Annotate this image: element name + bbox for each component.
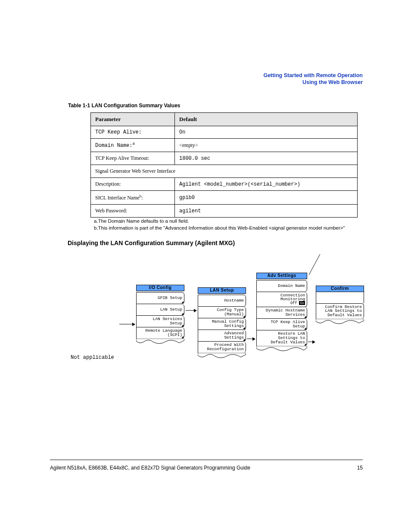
- torn-edge: [256, 346, 307, 353]
- table-row: Domain Name:a<empty>: [91, 139, 358, 152]
- table-cell: SICL Interface Nameb:: [91, 191, 175, 205]
- table-cell: <empty>: [175, 139, 358, 152]
- not-applicable-label: Not applicable: [71, 355, 114, 361]
- section-title: Displaying the LAN Configuration Summary…: [68, 240, 235, 246]
- menu-item: Confirm RestoreLAN Settings toDefault Va…: [316, 303, 364, 319]
- menu-item: LAN ServicesSetup: [136, 316, 184, 327]
- table-cell: Description:: [91, 178, 175, 191]
- table-row: Description:Agilent <model_number>(<seri…: [91, 178, 358, 191]
- menu-confirm: Confirm Confirm RestoreLAN Settings toDe…: [316, 286, 364, 327]
- menu-item: Domain Name: [256, 280, 307, 292]
- arrow: [308, 342, 315, 342]
- arrow: [186, 310, 196, 311]
- table-row: TCP Keep Alive Timeout:1800.0 sec: [91, 152, 358, 165]
- menu-item: Dynamic HostnameServices: [256, 307, 307, 319]
- table-cell: gpib0: [175, 191, 358, 205]
- footnote-a: a.The Domain Name defaults to a null fie…: [94, 218, 345, 225]
- table-cell: On: [175, 126, 358, 139]
- torn-edge: [136, 339, 184, 345]
- menu-adv-settings: Adv Settings Domain Name ConnectionMonit…: [256, 273, 307, 354]
- menu-title-lan-setup: LAN Setup: [198, 287, 246, 294]
- table-row: TCP Keep Alive:On: [91, 126, 358, 139]
- menu-item: Hostname: [198, 295, 246, 307]
- menu-item: Config Type(Manual): [198, 307, 246, 318]
- footnote-b: b.This information is part of the "Advan…: [94, 225, 345, 232]
- table-caption: Table 1-1 LAN Configuration Summary Valu…: [68, 103, 181, 109]
- menu-item: TCP Keep AliveSetup: [256, 319, 307, 330]
- menu-flow-diagram: I/O Config GPIB Setup LAN Setup LAN Serv…: [68, 254, 365, 383]
- table-cell: Web Password:: [91, 205, 175, 218]
- table-row: Web Password:agilent: [91, 205, 358, 218]
- footer-title: Agilent N518xA, E8663B, E44x8C, and E82x…: [50, 465, 250, 471]
- menu-title-confirm: Confirm: [316, 286, 364, 292]
- torn-edge: [198, 353, 246, 360]
- menu-item: ConnectionMonitoring Off On: [256, 292, 307, 308]
- menu-item: Proceed WithReconfiguration: [198, 342, 246, 353]
- table-row: Signal Generator Web Server Interface: [91, 165, 358, 178]
- lan-config-table: Parameter Default TCP Keep Alive:OnDomai…: [90, 112, 358, 218]
- arrow: [247, 339, 255, 339]
- th-default: Default: [175, 113, 358, 126]
- menu-item: Remote Language(SCPI): [136, 327, 184, 339]
- menu-item: LAN Setup: [136, 304, 184, 316]
- table-cell: 1800.0 sec: [175, 152, 358, 165]
- th-parameter: Parameter: [91, 113, 175, 126]
- table-cell: Domain Name:a: [91, 139, 175, 152]
- menu-title-io-config: I/O Config: [136, 285, 184, 291]
- table-cell: Signal Generator Web Server Interface: [91, 165, 358, 178]
- page-number: 15: [357, 465, 363, 471]
- arrow: [119, 324, 135, 324]
- menu-item: GPIB Setup: [136, 292, 184, 304]
- menu-io-config: I/O Config GPIB Setup LAN Setup LAN Serv…: [136, 285, 184, 346]
- header-line-2: Using the Web Browser: [263, 79, 363, 86]
- svg-line-0: [309, 254, 320, 275]
- table-row: SICL Interface Nameb:gpib0: [91, 191, 358, 205]
- menu-item: Restore LANSettings toDefault Values: [256, 330, 307, 346]
- header-line-1: Getting Started with Remote Operation: [263, 72, 363, 79]
- table-cell: TCP Keep Alive Timeout:: [91, 152, 175, 165]
- menu-item: AdvancedSettings: [198, 330, 246, 342]
- page-header: Getting Started with Remote Operation Us…: [263, 72, 363, 86]
- table-cell: TCP Keep Alive:: [91, 126, 175, 139]
- torn-edge: [316, 319, 364, 326]
- menu-lan-setup: LAN Setup Hostname Config Type(Manual) M…: [198, 287, 246, 361]
- menu-item: Manual ConfigSettings: [198, 318, 246, 330]
- footnotes: a.The Domain Name defaults to a null fie…: [94, 218, 345, 231]
- menu-title-adv: Adv Settings: [256, 273, 307, 279]
- footer-rule: [50, 460, 363, 460]
- table-cell: Agilent <model_number>(<serial_number>): [175, 178, 358, 191]
- table-cell: agilent: [175, 205, 358, 218]
